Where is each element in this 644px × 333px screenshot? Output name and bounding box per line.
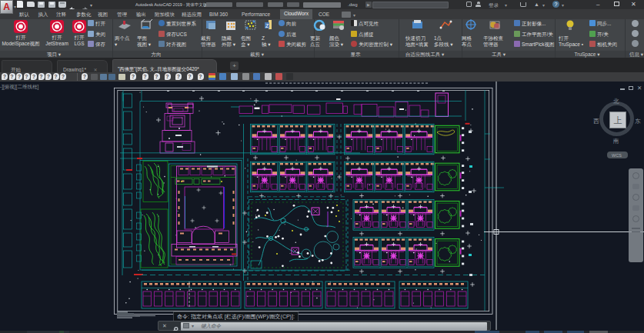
svg-text:Z: Z xyxy=(265,23,269,28)
